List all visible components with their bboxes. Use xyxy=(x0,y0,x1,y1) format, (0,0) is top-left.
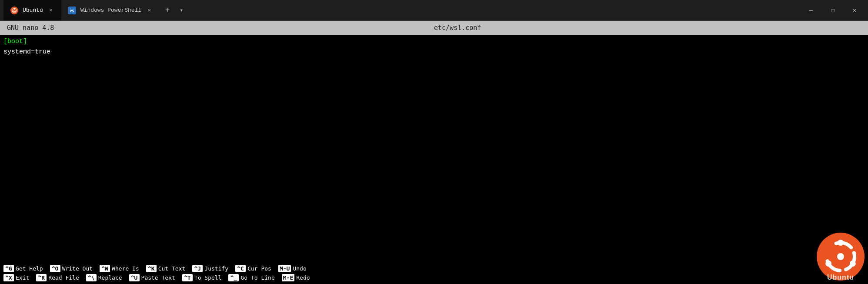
shortcut-key-exit: ^X xyxy=(3,274,14,281)
svg-point-3 xyxy=(16,11,17,12)
shortcut-key-replace: ^\ xyxy=(86,274,97,281)
shortcut-label-go-to-line: Go To Line xyxy=(240,274,274,281)
shortcut-go-to-line[interactable]: ^_ Go To Line xyxy=(225,273,278,282)
shortcut-read-file[interactable]: ^R Read File xyxy=(33,273,82,282)
svg-point-13 xyxy=(850,261,856,267)
shortcut-key-justify: ^J xyxy=(192,265,203,272)
shortcuts-row-2: ^X Exit ^R Read File ^\ Replace ^U Paste… xyxy=(0,273,868,282)
ubuntu-text: Ubuntu xyxy=(827,274,854,281)
shortcut-label-cut-text: Cut Text xyxy=(158,265,186,272)
shortcut-key-go-to-line: ^_ xyxy=(228,274,239,281)
shortcut-label-undo: Undo xyxy=(293,265,306,272)
shortcut-undo[interactable]: M-U Undo xyxy=(275,264,310,273)
shortcut-key-write-out: ^O xyxy=(50,265,60,272)
shortcut-cur-pos[interactable]: ^C Cur Pos xyxy=(232,264,275,273)
shortcut-label-read-file: Read File xyxy=(48,274,79,281)
main-content: GNU nano 4.8 etc/wsl.conf [boot] systemd… xyxy=(0,21,868,284)
shortcut-to-spell[interactable]: ^T To Spell xyxy=(179,273,225,282)
svg-line-4 xyxy=(13,9,14,11)
shortcut-label-cur-pos: Cur Pos xyxy=(247,265,271,272)
editor-line-boot: [boot] xyxy=(3,37,865,47)
shortcut-write-out[interactable]: ^O Write Out xyxy=(47,264,96,273)
shortcut-label-where-is: Where Is xyxy=(112,265,139,272)
shortcut-key-redo: M-E xyxy=(282,274,294,281)
shortcut-label-get-help: Get Help xyxy=(16,265,43,272)
shortcut-replace[interactable]: ^\ Replace xyxy=(83,273,126,282)
shortcut-label-write-out: Write Out xyxy=(62,265,93,272)
shortcut-get-help[interactable]: ^G Get Help xyxy=(0,264,47,273)
shortcut-key-paste-text: ^U xyxy=(129,274,140,281)
shortcut-label-redo: Redo xyxy=(296,274,310,281)
shortcuts-row-1: ^G Get Help ^O Write Out ^W Where Is ^K … xyxy=(0,264,868,273)
nano-filename: etc/wsl.conf xyxy=(434,24,481,32)
tab-powershell[interactable]: PS Windows PowerShell ✕ xyxy=(61,0,160,20)
tab-ubuntu-label: Ubuntu xyxy=(23,7,43,13)
ubuntu-logo: Ubuntu xyxy=(817,233,865,281)
shortcut-label-replace: Replace xyxy=(98,274,122,281)
svg-point-2 xyxy=(12,11,13,12)
svg-text:PS: PS xyxy=(70,9,74,13)
shortcut-key-to-spell: ^T xyxy=(182,274,193,281)
editor-line-normal: systemd=true xyxy=(3,47,865,57)
nano-header: GNU nano 4.8 etc/wsl.conf xyxy=(0,21,868,35)
svg-point-10 xyxy=(837,253,844,260)
shortcut-paste-text[interactable]: ^U Paste Text xyxy=(126,273,179,282)
svg-point-12 xyxy=(825,261,831,267)
shortcut-label-exit: Exit xyxy=(16,274,29,281)
shortcut-key-cur-pos: ^C xyxy=(235,265,246,272)
shortcut-redo[interactable]: M-E Redo xyxy=(278,273,314,282)
shortcut-cut-text[interactable]: ^K Cut Text xyxy=(143,264,189,273)
shortcut-justify[interactable]: ^J Justify xyxy=(189,264,232,273)
tab-powershell-close[interactable]: ✕ xyxy=(146,7,153,14)
ubuntu-icon xyxy=(10,7,18,14)
shortcut-exit[interactable]: ^X Exit xyxy=(0,273,33,282)
tab-ubuntu-close[interactable]: ✕ xyxy=(47,7,54,14)
shortcuts-bar: ^G Get Help ^O Write Out ^W Where Is ^K … xyxy=(0,262,868,284)
shortcut-label-justify: Justify xyxy=(204,265,228,272)
shortcut-key-where-is: ^W xyxy=(100,265,110,272)
shortcut-label-to-spell: To Spell xyxy=(194,274,222,281)
titlebar: Ubuntu ✕ PS Windows PowerShell ✕ + ▾ — ☐… xyxy=(0,0,868,21)
nano-version: GNU nano 4.8 xyxy=(7,24,54,32)
minimize-button[interactable]: — xyxy=(801,3,821,17)
shortcut-where-is[interactable]: ^W Where Is xyxy=(96,264,143,273)
svg-line-5 xyxy=(14,9,16,11)
close-button[interactable]: ✕ xyxy=(845,3,865,17)
tab-ubuntu[interactable]: Ubuntu ✕ xyxy=(3,0,61,20)
new-tab-button[interactable]: + xyxy=(160,3,175,18)
shortcut-key-cut-text: ^K xyxy=(146,265,157,272)
shortcut-key-undo: M-U xyxy=(278,265,291,272)
shortcut-key-get-help: ^G xyxy=(3,265,14,272)
powershell-icon: PS xyxy=(68,7,76,14)
window-controls: — ☐ ✕ xyxy=(801,3,865,17)
editor-area[interactable]: [boot] systemd=true xyxy=(0,35,868,262)
tab-powershell-label: Windows PowerShell xyxy=(80,7,141,13)
shortcut-key-read-file: ^R xyxy=(36,274,47,281)
svg-point-11 xyxy=(838,240,844,246)
shortcut-label-paste-text: Paste Text xyxy=(141,274,175,281)
tabs-dropdown-button[interactable]: ▾ xyxy=(175,4,187,17)
maximize-button[interactable]: ☐ xyxy=(823,3,843,17)
svg-point-1 xyxy=(14,8,15,9)
